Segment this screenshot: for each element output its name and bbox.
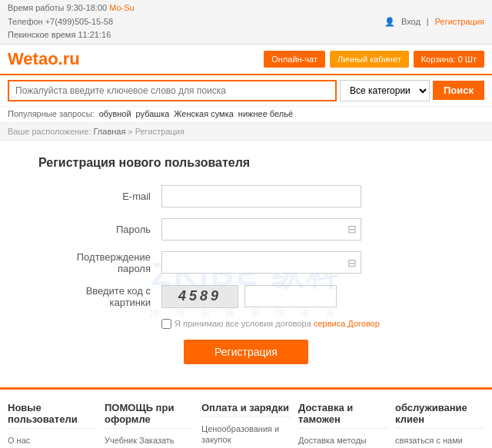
password-row: Пароль ⊟ (62, 218, 430, 241)
password-input[interactable] (161, 218, 361, 241)
search-button[interactable]: Поиск (433, 81, 484, 100)
footer-list-1: О нас Регистрация и настройка Пользовате… (8, 435, 97, 448)
password-input-wrapper: ⊟ (161, 218, 361, 241)
cart-button[interactable]: Корзина: 0 Шт (414, 51, 484, 68)
cabinet-button[interactable]: Личный кабинет (330, 51, 409, 68)
footer-col-5: обслуживание клиен связаться с нами Жало… (395, 402, 484, 448)
confirm-icon: ⊟ (347, 257, 357, 269)
email-row: E-mail (62, 185, 430, 207)
footer-title-4: Доставка и таможен (298, 402, 387, 429)
register-link[interactable]: Регистрация (435, 17, 484, 26)
footer-link[interactable]: Учебник Заказать (105, 436, 175, 445)
footer-title-1: Новые пользователи (8, 402, 97, 429)
confirm-input-wrapper: ⊟ (161, 251, 361, 274)
footer-col-3: Оплата и зарядки Ценообразования и закуп… (201, 402, 291, 448)
user-icon: 👤 (384, 17, 395, 27)
captcha-image: 4589 (161, 285, 238, 308)
popular-link-4[interactable]: нижнее бельё (238, 109, 293, 118)
footer-title-5: обслуживание клиен (395, 402, 484, 429)
footer-link[interactable]: О нас (8, 436, 30, 445)
breadcrumb-sep: » (128, 127, 135, 136)
footer-list-5: связаться с нами Жалоба & Вернуться Поли… (395, 435, 484, 448)
password-icon: ⊟ (347, 223, 357, 235)
captcha-input[interactable] (244, 285, 337, 307)
registration-form: E-mail Пароль ⊟ Подтверждение пароля ⊟ (62, 185, 430, 364)
search-bar: Все категории Поиск (0, 75, 492, 107)
captcha-label: Введите код с картинки (62, 285, 161, 308)
main-content: Регистрация нового пользователя ZKIBE 纵科… (0, 141, 492, 387)
work-days: Mo-Su (109, 3, 134, 12)
search-input[interactable] (8, 80, 337, 101)
captcha-value: 4589 (178, 288, 221, 304)
breadcrumb-home[interactable]: Главная (94, 127, 126, 136)
top-bar-info: Время работы 9:30-18:00 Mo-Su Телефон +7… (8, 2, 135, 42)
confirm-label: Подтверждение пароля (62, 251, 161, 274)
footer-list-4: Доставка методы Доставка Цена Посылка сл… (298, 435, 387, 448)
confirm-input[interactable] (161, 251, 361, 274)
footer-link[interactable]: Доставка методы (298, 436, 367, 445)
top-bar-actions: 👤 Вход | Регистрация (384, 17, 484, 27)
header-buttons: Онлайн-чат Личный кабинет Корзина: 0 Шт (264, 51, 484, 68)
footer-link[interactable]: связаться с нами (395, 436, 463, 445)
agreement-text: Я принимаю все условия договора (175, 319, 311, 328)
logo[interactable]: Wetao.ru (8, 49, 80, 69)
popular-label: Популярные запросы: (8, 109, 95, 118)
breadcrumb: Ваше расположение: Главная » Регистрация (0, 123, 492, 141)
email-label: E-mail (62, 191, 161, 202)
popular-link-3[interactable]: Женская сумка (174, 109, 234, 118)
agreement-row: Я принимаю все условия договора сервиса … (161, 319, 430, 329)
phone: Телефон +7(499)505-15-58 (8, 17, 113, 26)
footer-col-2: ПОМОЩЬ при оформле Учебник Заказать Стат… (105, 402, 194, 448)
header: Wetao.ru Онлайн-чат Личный кабинет Корзи… (0, 45, 492, 75)
footer-sections: Новые пользователи О нас Регистрация и н… (0, 387, 492, 448)
top-bar: Время работы 9:30-18:00 Mo-Su Телефон +7… (0, 0, 492, 45)
footer-col-4: Доставка и таможен Доставка методы Доста… (298, 402, 387, 448)
footer-list-2: Учебник Заказать Статус заказа Пользоват… (105, 435, 194, 448)
footer-title-3: Оплата и зарядки (201, 402, 291, 417)
register-button[interactable]: Регистрация (184, 340, 308, 364)
breadcrumb-current: Регистрация (135, 127, 184, 136)
password-label: Пароль (62, 224, 161, 235)
agreement-link[interactable]: сервиса Договор (314, 319, 380, 328)
captcha-row: Введите код с картинки 4589 (62, 285, 430, 308)
work-hours: Время работы 9:30-18:00 (8, 3, 107, 12)
confirm-password-row: Подтверждение пароля ⊟ (62, 251, 430, 274)
footer-list-3: Ценообразования и закупок Способы оплаты… (201, 423, 291, 448)
email-input[interactable] (161, 185, 361, 207)
submit-row: Регистрация (62, 340, 430, 364)
form-container: ZKIBE 纵科 跨 境 电 商 系 统 专 家 E-mail Пароль ⊟… (8, 185, 484, 364)
popular-link-2[interactable]: рубашка (136, 109, 170, 118)
chat-button[interactable]: Онлайн-чат (264, 51, 325, 68)
page-title: Регистрация нового пользователя (38, 156, 484, 170)
category-select[interactable]: Все категории (340, 80, 430, 101)
login-link[interactable]: Вход (401, 17, 421, 26)
footer-col-1: Новые пользователи О нас Регистрация и н… (8, 402, 97, 448)
footer-title-2: ПОМОЩЬ при оформле (105, 402, 194, 429)
footer-link[interactable]: Ценообразования и закупок (201, 424, 279, 444)
breadcrumb-location: Ваше расположение: (8, 127, 91, 136)
popular-link-1[interactable]: обувной (99, 109, 131, 118)
popular-bar: Популярные запросы: обувной рубашка Женс… (0, 107, 492, 123)
agreement-checkbox[interactable] (161, 319, 171, 329)
beijing-time: Пекинское время 11:21:16 (8, 30, 111, 39)
